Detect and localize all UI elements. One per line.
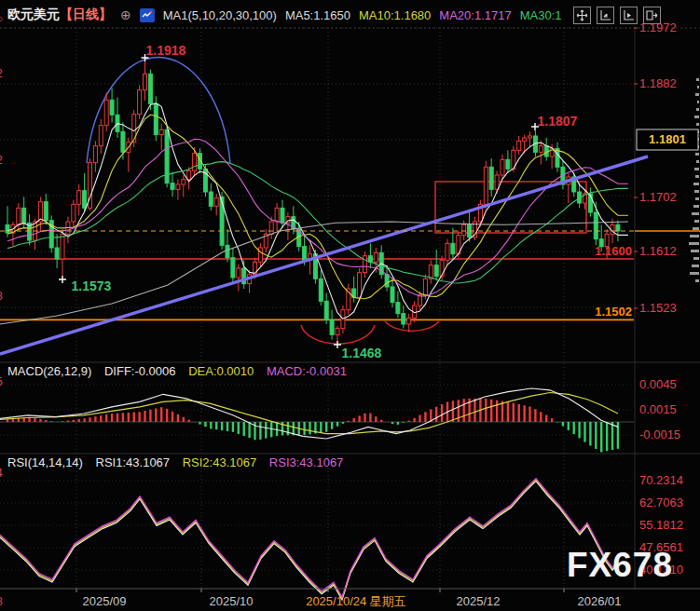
ma30-value: MA30:1 (520, 8, 562, 22)
macd-diff-value: DIFF:-0.0006 (104, 364, 176, 378)
rsi3-value: RSI3:43.1067 (269, 455, 344, 469)
ma-settings-label: MA1(5,10,20,30,100) (163, 8, 277, 22)
rsi-line (0, 482, 618, 601)
pan-crosshair-icon[interactable] (573, 7, 591, 24)
ma30-line (7, 162, 628, 283)
chart-canvas[interactable]: 1.16001.15021.19181.15731.18071.14681.19… (0, 0, 700, 611)
volume-profile (689, 78, 699, 282)
svg-text:○: ○ (0, 12, 3, 25)
svg-text:0.0045: 0.0045 (639, 377, 677, 391)
svg-text:1.1523: 1.1523 (639, 301, 677, 315)
candlesticks (6, 61, 620, 341)
rsi-line (0, 479, 618, 598)
rsi-panel-header: RSI(14,14,14) RSI1:43.1067 RSI2:43.1067 … (7, 455, 352, 469)
ma10-value: MA10:1.1680 (359, 8, 431, 22)
svg-text:2: 2 (0, 154, 3, 167)
detach-window-icon[interactable] (643, 7, 661, 24)
svg-text:0.0015: 0.0015 (639, 402, 677, 416)
crosshair-mark (59, 276, 66, 283)
svg-text:1.1573: 1.1573 (72, 278, 112, 293)
svg-text:1.1612: 1.1612 (639, 244, 677, 258)
rsi-line (0, 480, 618, 599)
svg-text:4: 4 (0, 467, 3, 480)
svg-text:1.1882: 1.1882 (639, 76, 677, 90)
svg-text:62.7063: 62.7063 (639, 496, 683, 509)
chart-tool-buttons (573, 7, 661, 24)
rsi2-value: RSI2:43.1067 (183, 455, 257, 469)
bottom-arc-annotation (385, 321, 439, 331)
macd-panel-header: MACD(26,12,9) DIFF:-0.0006 DEA:0.0010 MA… (7, 364, 356, 378)
svg-text:2025/10: 2025/10 (210, 594, 254, 608)
trendline-annotation (0, 156, 648, 354)
axis-zoom-in-icon[interactable] (597, 7, 614, 24)
svg-text:1.1702: 1.1702 (639, 190, 677, 204)
price-axis: 1.19721.18821.17021.16121.15231.1801 (634, 20, 698, 315)
symbol-title: 欧元美元 (7, 7, 60, 21)
svg-text:55.1812: 55.1812 (639, 518, 683, 532)
left-edge-fragments: ○228548 (0, 12, 3, 608)
period-tag: 【日线】 (60, 7, 112, 21)
svg-text:2026/01: 2026/01 (578, 594, 622, 608)
rsi-name: RSI(14,14,14) (7, 455, 83, 469)
fx678-watermark: FX678 (567, 546, 673, 585)
macd-name: MACD(26,12,9) (7, 364, 91, 378)
axis-zoom-out-icon[interactable] (620, 7, 638, 24)
trading-app-window: 1.16001.15021.19181.15731.18071.14681.19… (0, 0, 700, 611)
svg-text:2025/10/24 星期五: 2025/10/24 星期五 (306, 594, 406, 608)
macd-dea-value: DEA:0.0010 (188, 364, 254, 378)
svg-text:1.1807: 1.1807 (538, 114, 578, 129)
toolbar: 欧元美元【日线】 ⊕ MA1(5,10,20,30,100) MA5:1.165… (7, 5, 561, 25)
add-indicator-icon[interactable]: ⊕ (120, 7, 131, 22)
svg-text:70.2314: 70.2314 (639, 473, 683, 487)
ma5-value: MA5:1.1650 (285, 8, 350, 22)
indicator-chart-icon[interactable] (140, 8, 155, 22)
svg-text:8: 8 (0, 595, 3, 608)
analyst-drawings: 1.16001.1502 (0, 58, 634, 345)
date-axis: 2025/092025/102025/10/24 星期五2025/122026/… (0, 589, 700, 608)
svg-text:1.1918: 1.1918 (146, 43, 186, 58)
svg-text:5: 5 (0, 375, 3, 388)
macd-macd-value: MACD:-0.0031 (267, 364, 347, 378)
macd-panel: 0.00450.0015-0.0015 (0, 377, 680, 452)
svg-text:1.1502: 1.1502 (595, 305, 632, 319)
svg-text:2025/09: 2025/09 (83, 594, 127, 608)
crosshair-mark (334, 341, 341, 348)
svg-text:8: 8 (0, 290, 3, 303)
svg-text:1.1468: 1.1468 (342, 346, 382, 360)
ma20-line (7, 139, 628, 296)
svg-text:2025/12: 2025/12 (457, 594, 501, 608)
ma20-value: MA20:1.1717 (439, 8, 511, 22)
svg-text:-0.0015: -0.0015 (639, 428, 680, 441)
rsi1-value: RSI1:43.1067 (96, 455, 171, 469)
svg-text:2: 2 (0, 67, 3, 80)
svg-text:1.1801: 1.1801 (649, 132, 686, 146)
